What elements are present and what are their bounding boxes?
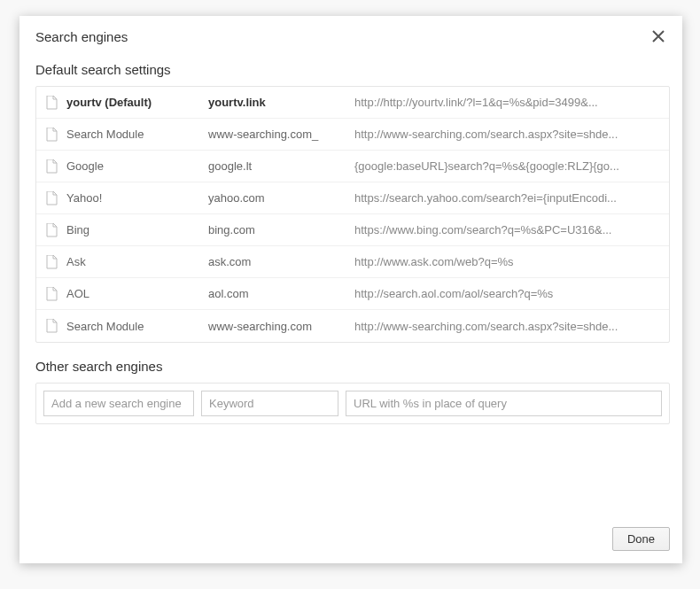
engine-row[interactable]: AOLaol.comhttp://search.aol.com/aol/sear…	[36, 278, 669, 310]
default-engine-list: yourtv (Default)yourtv.linkhttp://http:/…	[35, 86, 670, 343]
engine-name: Google	[66, 159, 208, 173]
engine-row[interactable]: Askask.comhttp://www.ask.com/web?q=%s	[36, 246, 669, 278]
engine-url: https://search.yahoo.com/search?ei={inpu…	[354, 191, 660, 205]
engine-name: Bing	[66, 223, 208, 236]
engine-keyword: bing.com	[208, 223, 354, 236]
engine-name: Search Module	[66, 320, 208, 333]
new-engine-url-input[interactable]	[346, 391, 662, 416]
engine-row[interactable]: Bingbing.comhttps://www.bing.com/search?…	[36, 214, 669, 246]
engine-keyword: google.lt	[208, 159, 354, 173]
file-icon	[45, 96, 58, 110]
engine-row[interactable]: Yahoo!yahoo.comhttps://search.yahoo.com/…	[36, 182, 669, 214]
close-icon	[652, 30, 665, 43]
engine-url: {google:baseURL}search?q=%s&{google:RLZ}…	[354, 159, 660, 173]
engine-keyword: aol.com	[208, 287, 354, 300]
engine-row[interactable]: yourtv (Default)yourtv.linkhttp://http:/…	[36, 87, 669, 119]
engine-name: Search Module	[66, 128, 208, 141]
done-button[interactable]: Done	[612, 527, 670, 551]
engine-keyword: www-searching.com_	[208, 128, 354, 141]
engine-name: Ask	[66, 255, 208, 268]
file-icon	[45, 159, 58, 174]
engine-url: http://www.ask.com/web?q=%s	[354, 255, 660, 268]
engine-row[interactable]: Search Modulewww-searching.com_http://ww…	[36, 119, 669, 151]
engine-keyword: yahoo.com	[208, 191, 354, 205]
engine-keyword: www-searching.com	[208, 320, 354, 333]
engine-url: https://www.bing.com/search?q=%s&PC=U316…	[354, 223, 660, 236]
engine-keyword: yourtv.link	[208, 96, 354, 109]
engine-keyword: ask.com	[208, 255, 354, 268]
dialog-footer: Done	[19, 518, 682, 563]
other-section-title: Other search engines	[35, 359, 675, 374]
file-icon	[45, 319, 58, 333]
engine-url: http://www-searching.com/search.aspx?sit…	[354, 128, 660, 141]
new-engine-name-input[interactable]	[43, 391, 194, 416]
default-section-title: Default search settings	[35, 62, 675, 77]
new-engine-keyword-input[interactable]	[201, 391, 338, 416]
engine-row[interactable]: Googlegoogle.lt{google:baseURL}search?q=…	[36, 151, 669, 182]
file-icon	[45, 191, 58, 205]
search-engines-dialog: Search engines Default search settings y…	[19, 16, 682, 563]
file-icon	[45, 255, 58, 269]
engine-name: AOL	[66, 287, 208, 300]
engine-row[interactable]: Search Modulewww-searching.comhttp://www…	[36, 310, 669, 342]
dialog-body[interactable]: Default search settings yourtv (Default)…	[19, 53, 682, 518]
other-engines-input-row	[35, 383, 670, 424]
file-icon	[45, 223, 58, 237]
engine-url: http://http://yourtv.link/?l=1&q=%s&pid=…	[354, 96, 660, 109]
file-icon	[45, 128, 58, 142]
dialog-header: Search engines	[19, 16, 682, 53]
close-button[interactable]	[650, 28, 666, 44]
engine-url: http://search.aol.com/aol/search?q=%s	[354, 287, 660, 300]
dialog-title: Search engines	[35, 29, 128, 44]
engine-name: yourtv (Default)	[66, 96, 208, 109]
engine-url: http://www-searching.com/search.aspx?sit…	[354, 320, 660, 333]
file-icon	[45, 287, 58, 301]
engine-name: Yahoo!	[66, 191, 208, 205]
